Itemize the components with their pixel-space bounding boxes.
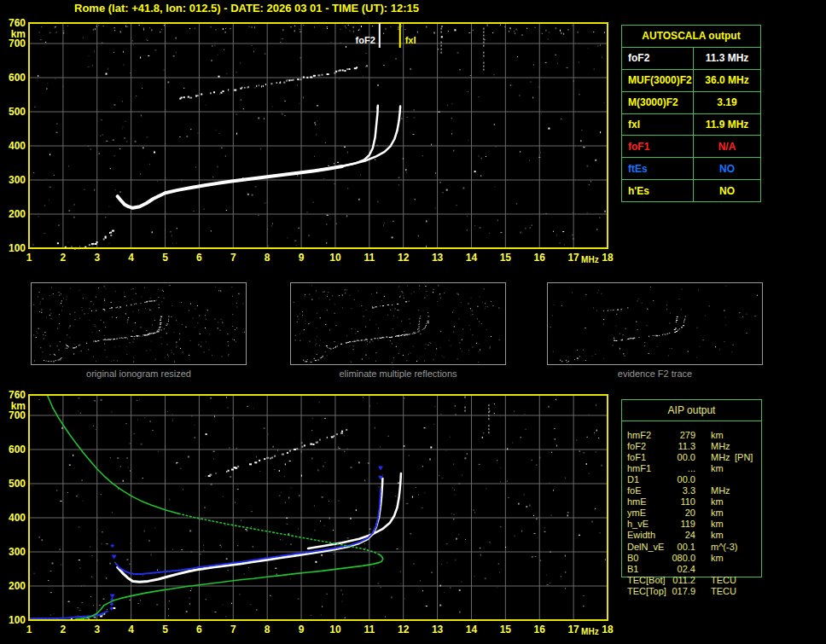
svg-text:500: 500 — [9, 478, 26, 490]
aip-value: 110 — [653, 496, 695, 508]
autoscala-row-value: 11.3 MHz — [694, 48, 760, 69]
svg-text:18: 18 — [602, 624, 614, 635]
svg-text:760: 760 — [9, 389, 26, 401]
aip-value: 080.0 — [653, 553, 695, 564]
ionogram-plot-bottom: 123456789101112131415161718MHz1002003004… — [0, 388, 620, 644]
autoscala-row-value: NO — [694, 180, 760, 201]
aip-value: ... — [653, 463, 695, 474]
svg-text:15: 15 — [500, 624, 512, 635]
aip-row-hme: hmE110km — [622, 496, 761, 508]
autoscala-row-m3000f2: M(3000)F23.19 — [622, 91, 760, 113]
trace-x — [308, 473, 401, 548]
svg-text:200: 200 — [9, 208, 26, 220]
trace-blue_f — [116, 489, 381, 574]
thumbnail-label: original ionogram resized — [31, 368, 247, 379]
grid — [29, 395, 608, 620]
autoscala-row-label: ftEs — [622, 158, 694, 179]
trace-blue_e — [29, 611, 108, 618]
trace-multiple — [179, 65, 368, 99]
autoscala-row-value: 11.9 MHz — [694, 114, 760, 136]
aip-unit: km — [711, 463, 724, 474]
ionogram-plot-top: 123456789101112131415161718MHz1002003004… — [0, 15, 620, 283]
autoscala-row-ftes: ftEsNO — [622, 157, 760, 179]
svg-text:300: 300 — [9, 546, 26, 558]
autoscala-row-fof1: foF1N/A — [622, 135, 760, 157]
aip-unit: MHz — [711, 441, 730, 452]
thumbnail-image — [548, 283, 762, 364]
aip-value: 3.3 — [653, 485, 695, 496]
autoscala-row-value: 3.19 — [694, 92, 760, 113]
aip-note: [PN] — [735, 452, 753, 463]
svg-text:16: 16 — [534, 624, 546, 635]
autoscala-row-value: 36.0 MHz — [694, 70, 760, 91]
thumbnail-label: eliminate multiple reflections — [290, 368, 506, 379]
aip-row-tectop: TEC[Top]017.9TECU — [622, 586, 761, 597]
svg-text:8: 8 — [265, 252, 270, 264]
svg-text:500: 500 — [9, 106, 26, 118]
aip-row-fof1: foF100.0MHz[PN] — [622, 452, 761, 463]
axis-labels: 123456789101112131415161718MHz1002003004… — [9, 389, 614, 636]
svg-text:15: 15 — [500, 252, 512, 264]
aip-value: 119 — [653, 519, 695, 530]
autoscala-window: Rome (lat: +41.8, lon: 012.5) - DATE: 20… — [0, 0, 826, 644]
svg-text:2: 2 — [61, 624, 67, 635]
thumbnail-3 — [547, 282, 763, 365]
svg-text:4: 4 — [128, 624, 134, 635]
axis-labels: 123456789101112131415161718MHz1002003004… — [9, 17, 614, 264]
trace-o — [118, 106, 378, 208]
svg-text:8: 8 — [265, 624, 270, 635]
aip-row-b0: B0080.0km — [622, 553, 761, 564]
autoscala-row-label: h'Es — [622, 180, 694, 201]
thumbnail-2 — [290, 282, 506, 365]
aip-row-d1: D100.0 — [622, 474, 761, 485]
svg-text:17: 17 — [567, 252, 579, 264]
svg-text:400: 400 — [9, 140, 26, 152]
svg-text:3: 3 — [94, 252, 100, 264]
aip-row-foe: foE3.3MHz — [622, 485, 761, 496]
aip-unit: TECU — [711, 575, 736, 586]
autoscala-table-header: AUTOSCALA output — [622, 26, 760, 48]
svg-text:12: 12 — [398, 624, 410, 635]
y-axis-unit: km — [11, 28, 26, 40]
aip-unit: km — [711, 508, 724, 519]
aip-row-hmf2: hmF2279km — [622, 430, 761, 441]
aip-row-hmf1: hmF1...km — [622, 463, 761, 474]
svg-text:11: 11 — [364, 624, 375, 635]
fxi-marker: fxI — [400, 23, 416, 48]
aip-unit: MHz — [711, 452, 730, 463]
svg-text:12: 12 — [398, 252, 410, 264]
svg-text:3: 3 — [94, 624, 100, 635]
svg-text:5: 5 — [162, 624, 168, 635]
svg-text:6: 6 — [196, 624, 202, 635]
autoscala-row-label: fxI — [622, 114, 694, 136]
svg-text:4: 4 — [128, 252, 134, 264]
thumbnail-1 — [31, 282, 247, 365]
svg-text:14: 14 — [466, 252, 478, 264]
aip-output-table: AIP output hmF2279kmfoF211.3MHzfoF100.0M… — [621, 399, 762, 577]
x-axis-unit: MHz — [581, 627, 599, 636]
x-axis-unit: MHz — [581, 255, 599, 264]
svg-text:10: 10 — [329, 252, 341, 264]
aip-unit: MHz — [711, 485, 730, 496]
aip-value: 00.0 — [653, 452, 695, 463]
trace-o — [118, 479, 383, 582]
autoscala-row-fof2: foF211.3 MHz — [622, 48, 760, 69]
autoscala-table-rows: foF211.3 MHzMUF(3000)F236.0 MHzM(3000)F2… — [622, 48, 760, 201]
aip-value: 00.1 — [653, 542, 695, 553]
aip-value: 24 — [653, 530, 695, 541]
aip-unit: m^(-3) — [711, 542, 737, 553]
trace-multiple — [208, 429, 348, 477]
svg-text:6: 6 — [196, 252, 202, 264]
aip-row-yme: ymE20km — [622, 508, 761, 519]
autoscala-row-muf3000f2: MUF(3000)F236.0 MHz — [622, 69, 760, 91]
svg-text:600: 600 — [9, 72, 26, 84]
trace-profile_top — [48, 396, 179, 513]
aip-label: B0 — [627, 553, 638, 564]
station-title: Rome (lat: +41.8, lon: 012.5) - DATE: 20… — [74, 2, 419, 15]
aip-unit: km — [711, 553, 724, 564]
svg-text:2: 2 — [61, 252, 67, 264]
autoscala-row-value: NO — [694, 158, 760, 179]
svg-text:10: 10 — [329, 624, 341, 635]
autoscala-row-label: M(3000)F2 — [622, 92, 694, 113]
svg-text:foF2: foF2 — [356, 35, 375, 45]
